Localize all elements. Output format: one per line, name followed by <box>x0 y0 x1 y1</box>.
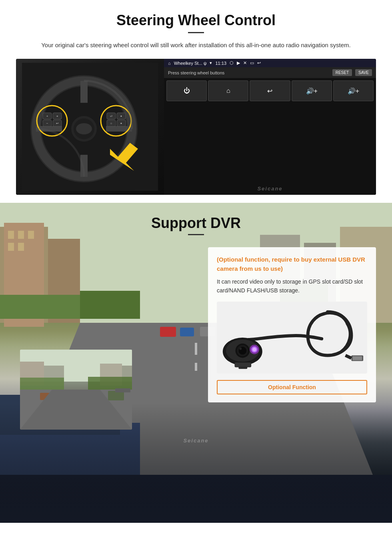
dvr-section: Support DVR <box>0 203 392 523</box>
svg-text:≡: ≡ <box>56 115 58 118</box>
steering-description: Your original car's steering wheel contr… <box>16 40 376 50</box>
hu-ctrl-home[interactable]: ⌂ <box>208 80 248 101</box>
svg-point-9 <box>76 123 92 134</box>
svg-line-73 <box>346 355 352 358</box>
hu-ctrl-back[interactable]: ↩ <box>250 80 290 101</box>
dvr-camera-image <box>217 302 367 374</box>
hu-ctrl-power[interactable]: ⏻ <box>166 80 207 101</box>
head-unit-ui: ⌂ Wheelkey St... ψ ▾ 11:13 ⬡ ▶ ✕ ▭ ↩ Pre… <box>164 59 376 195</box>
steering-section: Steering Wheel Control Your original car… <box>0 0 392 203</box>
dvr-title-underline <box>188 234 204 235</box>
hu-prompt: Press steering wheel buttons <box>168 70 329 75</box>
dvr-camera-svg <box>217 304 367 372</box>
hu-camera-icon: ⬡ <box>230 60 234 66</box>
svg-text:⏎: ⏎ <box>110 115 112 118</box>
svg-rect-72 <box>352 356 362 360</box>
svg-rect-69 <box>115 388 130 392</box>
svg-rect-84 <box>238 366 247 369</box>
svg-point-79 <box>239 348 242 350</box>
hu-x-icon: ✕ <box>243 60 247 66</box>
hu-save-button[interactable]: SAVE <box>355 69 372 76</box>
svg-text:↩: ↩ <box>56 122 59 125</box>
hu-ctrl-vol-up-2[interactable]: 🔊+ <box>333 80 374 101</box>
dvr-left-column <box>16 247 200 430</box>
hu-reset-button[interactable]: RESET <box>332 69 352 76</box>
dvr-optional-badge: Optional Function <box>217 380 367 394</box>
dvr-dashcam-screenshot <box>20 350 132 430</box>
steering-watermark: Seicane <box>164 186 376 192</box>
dvr-title: Support DVR <box>16 215 376 232</box>
hu-statusbar: ⌂ Wheelkey St... ψ ▾ 11:13 ⬡ ▶ ✕ ▭ ↩ <box>164 59 376 67</box>
hu-app-title: Wheelkey St... ψ <box>174 61 207 66</box>
hu-label-row: Press steering wheel buttons RESET SAVE <box>164 67 376 78</box>
hu-back-icon: ↩ <box>257 60 261 66</box>
hu-home-icon: ⌂ <box>168 61 171 66</box>
dashcam-footage-svg <box>20 350 132 430</box>
steering-title: Steering Wheel Control <box>16 12 376 29</box>
svg-rect-61 <box>88 377 132 390</box>
hu-screen-icon: ▭ <box>250 60 254 66</box>
dvr-watermark: Seicane <box>16 438 376 444</box>
steering-wheel-svg: + − ≡ ↩ ⏎ ○ ✦ ✦ <box>22 63 158 191</box>
dvr-content: Support DVR <box>0 203 392 460</box>
hu-time: 11:13 <box>215 61 226 66</box>
svg-rect-60 <box>20 378 64 390</box>
steering-wheel-photo: + − ≡ ↩ ⏎ ○ ✦ ✦ <box>16 59 164 195</box>
steering-title-underline <box>188 32 204 33</box>
dvr-description: It can record video only to storage in G… <box>217 277 367 295</box>
steering-composite-image: + − ≡ ↩ ⏎ ○ ✦ ✦ <box>16 59 376 195</box>
hu-volume-icon: ▶ <box>237 60 240 66</box>
svg-text:✦: ✦ <box>120 122 122 125</box>
svg-point-82 <box>252 348 256 352</box>
dvr-optional-text: (Optional function, require to buy exter… <box>217 255 367 273</box>
svg-text:+: + <box>46 114 48 118</box>
dvr-info-card: (Optional function, require to buy exter… <box>208 247 376 402</box>
hu-wifi-icon: ▾ <box>210 60 212 66</box>
svg-text:−: − <box>46 122 48 125</box>
hu-ctrl-vol-up-1[interactable]: 🔊+ <box>292 80 332 101</box>
dvr-layout: (Optional function, require to buy exter… <box>16 247 376 430</box>
svg-text:○: ○ <box>110 122 112 125</box>
hu-controls-grid: ⏻ ⌂ ↩ 🔊+ 🔊+ <box>164 78 376 195</box>
svg-text:✦: ✦ <box>120 115 122 118</box>
